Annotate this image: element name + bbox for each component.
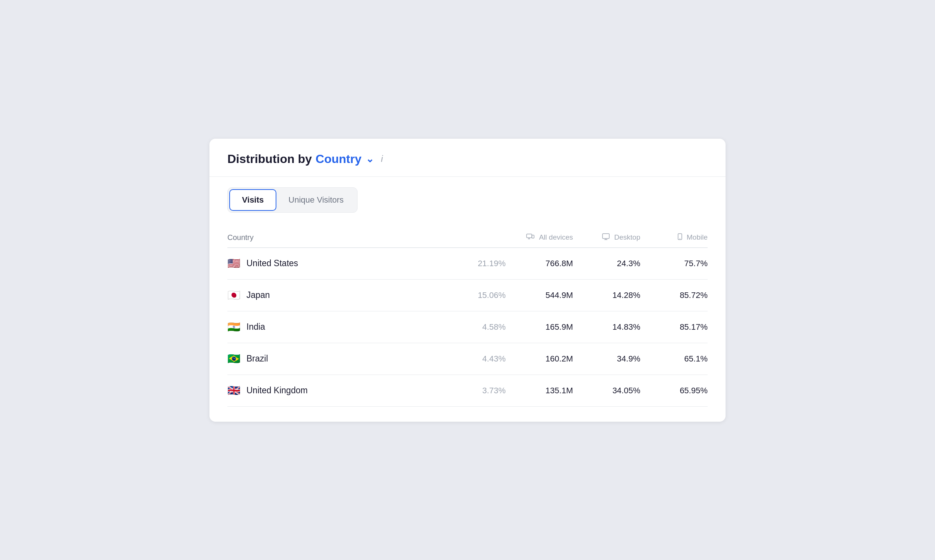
all-devices-icon [526,233,535,242]
desktop-value: 14.28% [573,291,640,300]
pct-value: 3.73% [438,386,506,395]
table-row: 🇯🇵 Japan 15.06% 544.9M 14.28% 85.72% [227,280,708,311]
country-name: Brazil [246,354,268,364]
desktop-icon [602,233,610,242]
all-devices-value: 766.8M [506,259,573,268]
pct-value: 15.06% [438,291,506,300]
country-cell: 🇬🇧 United Kingdom [227,385,438,396]
col-header-mobile: Mobile [640,233,708,242]
mobile-value: 75.7% [640,259,708,268]
svg-rect-1 [532,235,534,238]
col-header-desktop: Desktop [573,233,640,242]
table-row: 🇮🇳 India 4.58% 165.9M 14.83% 85.17% [227,311,708,343]
title-blue: Country [316,152,362,166]
table-row: 🇺🇸 United States 21.19% 766.8M 24.3% 75.… [227,248,708,280]
tab-group: Visits Unique Visitors [227,187,357,213]
country-cell: 🇯🇵 Japan [227,290,438,300]
col-header-country: Country [227,233,438,242]
pct-value: 21.19% [438,259,506,268]
table-row: 🇬🇧 United Kingdom 3.73% 135.1M 34.05% 65… [227,375,708,407]
country-cell: 🇧🇷 Brazil [227,354,438,364]
all-devices-value: 135.1M [506,386,573,395]
card-header: Distribution by Country ⌄ i [209,139,726,177]
desktop-value: 34.9% [573,354,640,364]
country-name: United States [246,258,298,268]
flag-icon: 🇮🇳 [227,322,240,332]
info-icon[interactable]: i [381,154,383,164]
table-row: 🇧🇷 Brazil 4.43% 160.2M 34.9% 65.1% [227,343,708,375]
tab-visits[interactable]: Visits [229,189,276,211]
country-name: United Kingdom [246,385,308,395]
flag-icon: 🇯🇵 [227,290,240,300]
desktop-value: 14.83% [573,322,640,332]
data-table: Country All devices [227,228,708,407]
country-name: India [246,322,265,332]
table-rows: 🇺🇸 United States 21.19% 766.8M 24.3% 75.… [227,248,708,407]
card-body: Visits Unique Visitors Country A [209,177,726,422]
desktop-value: 24.3% [573,259,640,268]
all-devices-value: 160.2M [506,354,573,364]
distribution-card: Distribution by Country ⌄ i Visits Uniqu… [209,139,726,422]
table-header: Country All devices [227,228,708,248]
title-static: Distribution by [227,152,312,166]
col-header-all-devices: All devices [506,233,573,242]
mobile-icon [678,233,682,242]
pct-value: 4.43% [438,354,506,364]
all-devices-value: 544.9M [506,291,573,300]
flag-icon: 🇬🇧 [227,385,240,396]
svg-rect-4 [602,234,609,238]
tab-unique-visitors[interactable]: Unique Visitors [276,189,356,211]
pct-value: 4.58% [438,322,506,332]
desktop-value: 34.05% [573,386,640,395]
svg-point-8 [679,238,680,239]
flag-icon: 🇧🇷 [227,354,240,364]
country-cell: 🇺🇸 United States [227,258,438,269]
col-header-pct [438,233,506,242]
mobile-value: 85.17% [640,322,708,332]
country-name: Japan [246,290,270,300]
country-cell: 🇮🇳 India [227,322,438,332]
chevron-down-icon[interactable]: ⌄ [366,153,374,165]
mobile-value: 65.95% [640,386,708,395]
all-devices-value: 165.9M [506,322,573,332]
svg-rect-0 [527,234,532,238]
flag-icon: 🇺🇸 [227,258,240,269]
card-title: Distribution by Country ⌄ i [227,152,708,166]
mobile-value: 65.1% [640,354,708,364]
mobile-value: 85.72% [640,291,708,300]
